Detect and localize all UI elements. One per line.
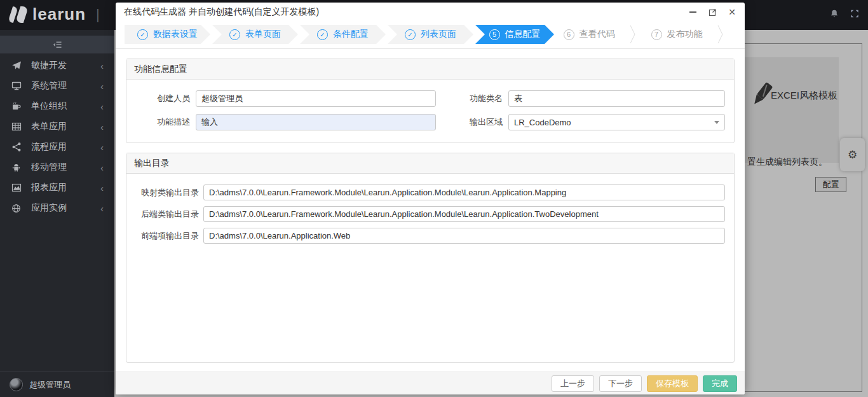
check-circle-icon: ✓	[137, 29, 148, 40]
frontend-dir-input[interactable]	[203, 228, 725, 244]
step-number-icon: 6	[564, 29, 574, 40]
sidebar-item-label: 移动管理	[31, 162, 67, 173]
finish-button[interactable]: 完成	[703, 375, 737, 392]
sidebar-item-label: 流程应用	[31, 141, 67, 153]
sidebar-item-label: 敏捷开发	[31, 60, 67, 71]
chevron-left-icon: ‹	[100, 60, 104, 71]
output-area-label: 输出区域	[442, 116, 503, 128]
step-label: 数据表设置	[153, 29, 198, 40]
wizard-step-3[interactable]: ✓ 条件配置	[300, 25, 386, 44]
sidebar-user[interactable]: 超级管理员	[0, 372, 114, 397]
sidebar-item-system-mgmt[interactable]: 系统管理 ‹	[0, 76, 114, 96]
sidebar-item-label: 系统管理	[31, 80, 67, 92]
sidebar-item-workflow-app[interactable]: 流程应用 ‹	[0, 137, 114, 157]
check-circle-icon: ✓	[405, 29, 416, 40]
save-template-button[interactable]: 保存模板	[647, 375, 698, 392]
mug-icon	[11, 101, 22, 111]
sidebar-item-label: 报表应用	[31, 182, 67, 193]
wizard-steps: ✓ 数据表设置 ✓ 表单页面 ✓ 条件配置 ✓ 列表页面 5 信息配置 6 查看…	[116, 22, 745, 49]
class-name-label: 功能类名	[442, 93, 503, 104]
step-label: 表单页面	[245, 29, 281, 40]
modal-body: 功能信息配置 创建人员 功能类名 功能描述 输出区域 输出目录 映射类输出目录	[116, 49, 745, 372]
creator-label: 创建人员	[135, 93, 190, 104]
modal-title: 在线代码生成器 并自动创建代码(自定义开发模板)	[124, 6, 319, 18]
sidebar-item-form-app[interactable]: 表单应用 ‹	[0, 116, 114, 137]
output-area-select[interactable]	[508, 114, 725, 130]
output-row-frontend: 前端项输出目录	[135, 228, 725, 244]
step-separator	[715, 25, 726, 44]
minimize-icon[interactable]	[688, 8, 697, 17]
frontend-dir-label: 前端项输出目录	[135, 230, 199, 242]
chevron-left-icon: ‹	[100, 162, 104, 173]
output-area-value[interactable]	[508, 114, 725, 130]
output-dir-section: 输出目录 映射类输出目录 后端类输出目录 前端项输出目录	[126, 153, 735, 363]
modal-titlebar: 在线代码生成器 并自动创建代码(自定义开发模板) ✕	[116, 3, 745, 22]
output-row-mapping: 映射类输出目录	[135, 185, 725, 200]
output-row-backend: 后端类输出目录	[135, 206, 725, 222]
backend-dir-label: 后端类输出目录	[135, 209, 199, 220]
area-chart-icon	[11, 183, 22, 193]
avatar	[10, 378, 23, 391]
description-label: 功能描述	[135, 116, 190, 128]
brand-logo[interactable]: learun |	[10, 4, 100, 24]
description-input[interactable]	[196, 114, 436, 130]
step-label: 查看代码	[580, 29, 615, 40]
outdent-icon	[52, 40, 62, 50]
globe-icon	[11, 203, 22, 213]
brand-separator: |	[96, 6, 100, 23]
sidebar-item-app-examples[interactable]: 应用实例 ‹	[0, 198, 114, 218]
sidebar-collapse-button[interactable]	[0, 36, 114, 53]
modal-footer: 上一步 下一步 保存模板 完成	[116, 372, 745, 394]
creator-input[interactable]	[196, 90, 436, 107]
sidebar-item-label: 表单应用	[31, 121, 67, 132]
sidebar-menu: 敏捷开发 ‹ 系统管理 ‹ 单位组织 ‹ 表单应用 ‹	[0, 53, 114, 218]
section-title: 功能信息配置	[126, 59, 734, 80]
step-label: 条件配置	[333, 29, 369, 40]
desktop-icon	[11, 81, 22, 91]
backend-dir-input[interactable]	[203, 206, 725, 222]
chevron-left-icon: ‹	[100, 203, 104, 214]
sidebar: 敏捷开发 ‹ 系统管理 ‹ 单位组织 ‹ 表单应用 ‹	[0, 30, 114, 397]
mapping-dir-input[interactable]	[203, 185, 725, 200]
maximize-icon[interactable]	[708, 8, 717, 17]
sidebar-item-label: 应用实例	[31, 202, 67, 214]
close-icon[interactable]: ✕	[728, 8, 736, 17]
step-label: 信息配置	[505, 29, 541, 40]
chevron-left-icon: ‹	[100, 142, 104, 153]
leaf-logo-icon	[8, 6, 29, 23]
step-number-icon: 7	[651, 29, 662, 40]
step-number-icon: 5	[489, 29, 500, 40]
android-icon	[11, 162, 22, 172]
bell-icon[interactable]	[830, 9, 839, 18]
chevron-left-icon: ‹	[100, 183, 104, 193]
sidebar-item-org-unit[interactable]: 单位组织 ‹	[0, 96, 114, 116]
class-name-input[interactable]	[508, 90, 725, 107]
fullscreen-icon[interactable]	[850, 9, 859, 18]
paper-plane-icon	[11, 60, 22, 71]
info-config-section: 功能信息配置 创建人员 功能类名 功能描述 输出区域	[126, 59, 735, 143]
step-label: 列表页面	[421, 29, 456, 40]
section-title: 输出目录	[126, 153, 734, 174]
brand-text: learun	[32, 4, 86, 24]
mapping-dir-label: 映射类输出目录	[135, 187, 199, 198]
prev-step-button[interactable]: 上一步	[552, 375, 594, 392]
check-circle-icon: ✓	[229, 29, 240, 40]
table-icon	[11, 122, 22, 132]
chevron-left-icon: ‹	[100, 81, 104, 92]
sidebar-item-label: 单位组织	[31, 101, 67, 112]
next-step-button[interactable]: 下一步	[599, 375, 642, 392]
wizard-step-4[interactable]: ✓ 列表页面	[388, 25, 473, 44]
wizard-step-1[interactable]: ✓ 数据表设置	[125, 25, 210, 44]
chevron-left-icon: ‹	[100, 101, 104, 112]
user-name: 超级管理员	[29, 379, 71, 391]
sidebar-item-agile-dev[interactable]: 敏捷开发 ‹	[0, 55, 114, 76]
check-circle-icon: ✓	[317, 29, 328, 40]
share-icon	[11, 142, 22, 152]
wizard-step-7[interactable]: 7 发布功能	[644, 25, 710, 44]
wizard-step-2[interactable]: ✓ 表单页面	[212, 25, 298, 44]
wizard-step-6[interactable]: 6 查看代码	[556, 25, 622, 44]
sidebar-item-report-app[interactable]: 报表应用 ‹	[0, 178, 114, 198]
step-label: 发布功能	[667, 29, 703, 40]
sidebar-item-mobile-mgmt[interactable]: 移动管理 ‹	[0, 157, 114, 178]
wizard-step-5-active[interactable]: 5 信息配置	[475, 25, 554, 44]
